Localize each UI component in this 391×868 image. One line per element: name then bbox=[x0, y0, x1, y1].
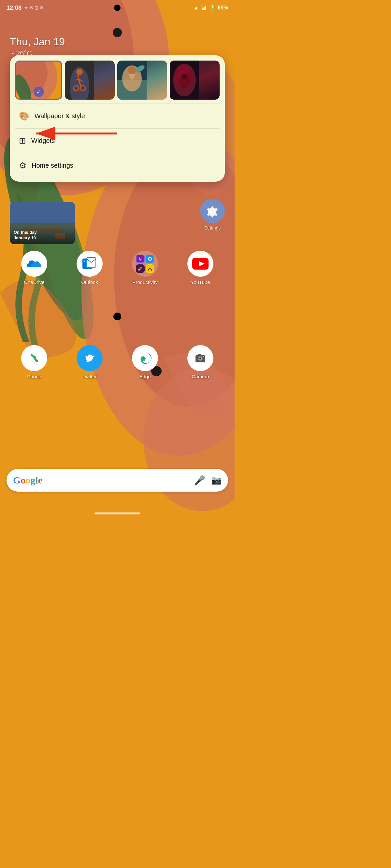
youtube-icon bbox=[187, 251, 214, 277]
wallpaper-thumb-4[interactable] bbox=[170, 61, 220, 100]
msg-icon: ✉ bbox=[40, 5, 44, 10]
status-icons: ✳ ✉ ⊡ ✉ bbox=[24, 5, 44, 10]
svg-point-25 bbox=[128, 66, 136, 74]
status-right: ▲ 📶 🔋 65% bbox=[194, 5, 228, 11]
slack-dot bbox=[136, 265, 145, 273]
palette-icon: 🎨 bbox=[19, 111, 29, 121]
svg-point-33 bbox=[182, 74, 187, 80]
youtube-label: YouTube bbox=[191, 279, 210, 285]
mic-icon[interactable]: 🎤 bbox=[194, 475, 205, 486]
twitter-label: Twitter bbox=[82, 374, 97, 379]
app-youtube[interactable]: YouTube bbox=[179, 251, 222, 285]
wallpaper-style-label: Wallpaper & style bbox=[34, 112, 85, 120]
app-onedrive[interactable]: OneDrive bbox=[13, 251, 55, 285]
svg-point-68 bbox=[199, 358, 201, 360]
context-menu: ✓ bbox=[10, 55, 225, 182]
outlook-label: Outlook bbox=[81, 279, 98, 285]
camera-cutout bbox=[114, 5, 120, 11]
svg-text:N: N bbox=[139, 257, 142, 261]
app-phone[interactable]: Phone bbox=[13, 345, 55, 379]
widgets-item[interactable]: ⊞ Widgets bbox=[15, 130, 220, 152]
email-icon: ✉ bbox=[29, 5, 33, 10]
app-row-2: Phone Twitter Edge bbox=[0, 345, 234, 379]
on-this-day-text-line2: January 19 bbox=[14, 236, 71, 241]
app-outlook[interactable]: O Outlook bbox=[68, 251, 111, 285]
on-this-day-bg: On this day January 19 bbox=[10, 202, 75, 244]
svg-rect-69 bbox=[198, 354, 201, 355]
onedrive-label: OneDrive bbox=[24, 279, 44, 285]
svg-point-15 bbox=[15, 72, 35, 100]
phone-label: Phone bbox=[27, 374, 41, 379]
miro-dot bbox=[146, 265, 155, 273]
svg-text:O: O bbox=[83, 259, 85, 262]
on-this-day-widget[interactable]: On this day January 19 bbox=[10, 202, 75, 244]
home-dot-decoration bbox=[113, 313, 121, 320]
settings-circle bbox=[200, 198, 225, 223]
edge-icon bbox=[132, 345, 158, 371]
camera-icon bbox=[187, 345, 214, 371]
app-edge[interactable]: Edge bbox=[124, 345, 166, 379]
app-row-1: OneDrive O Outlook N bbox=[0, 251, 234, 285]
on-this-day-text-line1: On this day bbox=[14, 230, 71, 236]
divider-1 bbox=[15, 103, 220, 104]
wallpaper-thumb-1[interactable]: ✓ bbox=[15, 61, 62, 100]
divider-3 bbox=[15, 153, 220, 153]
app-productivity[interactable]: N Productivity bbox=[124, 251, 166, 285]
svg-point-7 bbox=[113, 28, 122, 37]
svg-point-14 bbox=[15, 61, 48, 93]
outlook-notification bbox=[97, 251, 103, 256]
wallpaper-thumb-2[interactable] bbox=[65, 61, 115, 100]
inbox-icon: ⊡ bbox=[34, 5, 38, 10]
google-logo: G o o g l e bbox=[13, 475, 43, 486]
wallpaper-style-item[interactable]: 🎨 Wallpaper & style bbox=[15, 105, 220, 127]
onenote-dot: N bbox=[136, 255, 145, 264]
svg-point-53 bbox=[149, 258, 151, 260]
app-camera[interactable]: Camera bbox=[179, 345, 222, 379]
asterisk-icon: ✳ bbox=[24, 5, 28, 10]
home-settings-item[interactable]: ⚙ Home settings bbox=[15, 155, 220, 177]
wallpaper-thumbnails: ✓ bbox=[15, 61, 220, 100]
svg-rect-42 bbox=[10, 202, 75, 223]
productivity-label: Productivity bbox=[132, 279, 158, 285]
home-settings-label: Home settings bbox=[32, 162, 73, 169]
svg-point-13 bbox=[15, 61, 57, 100]
app-twitter[interactable]: Twitter bbox=[68, 345, 111, 379]
teams-dot bbox=[146, 255, 155, 264]
svg-rect-12 bbox=[15, 61, 62, 100]
widgets-icon: ⊞ bbox=[19, 136, 26, 146]
lens-icon[interactable]: 📷 bbox=[211, 475, 222, 486]
battery-level: 65% bbox=[218, 5, 228, 11]
svg-point-70 bbox=[203, 356, 204, 357]
onedrive-icon bbox=[21, 251, 47, 277]
settings-label: Settings bbox=[204, 225, 221, 230]
date-text: Thu, Jan 19 bbox=[10, 36, 65, 48]
wifi-icon: ▲ bbox=[194, 5, 199, 11]
selected-checkmark: ✓ bbox=[33, 87, 44, 97]
outlook-icon: O bbox=[77, 251, 103, 277]
svg-point-19 bbox=[76, 69, 83, 75]
status-time: 12:08 bbox=[6, 5, 22, 11]
status-left: 12:08 ✳ ✉ ⊡ ✉ bbox=[6, 5, 44, 11]
date-widget: Thu, Jan 19 ~ 26°C bbox=[10, 36, 65, 58]
twitter-icon bbox=[77, 345, 103, 371]
svg-point-56 bbox=[140, 267, 142, 269]
phone-icon bbox=[21, 345, 47, 371]
wallpaper-thumb-3[interactable] bbox=[117, 61, 167, 100]
on-this-day-overlay: On this day January 19 bbox=[10, 227, 75, 244]
battery-icon: 🔋 bbox=[209, 5, 216, 11]
signal-icon: 📶 bbox=[201, 5, 207, 11]
gear-icon: ⚙ bbox=[19, 160, 26, 170]
settings-widget[interactable]: Settings bbox=[200, 198, 225, 230]
search-bar[interactable]: G o o g l e 🎤 📷 bbox=[6, 469, 228, 492]
home-indicator[interactable] bbox=[94, 513, 140, 515]
divider-2 bbox=[15, 128, 220, 129]
camera-label: Camera bbox=[192, 374, 209, 379]
widgets-label: Widgets bbox=[31, 137, 55, 145]
productivity-icon: N bbox=[132, 251, 158, 277]
edge-label: Edge bbox=[139, 374, 150, 379]
